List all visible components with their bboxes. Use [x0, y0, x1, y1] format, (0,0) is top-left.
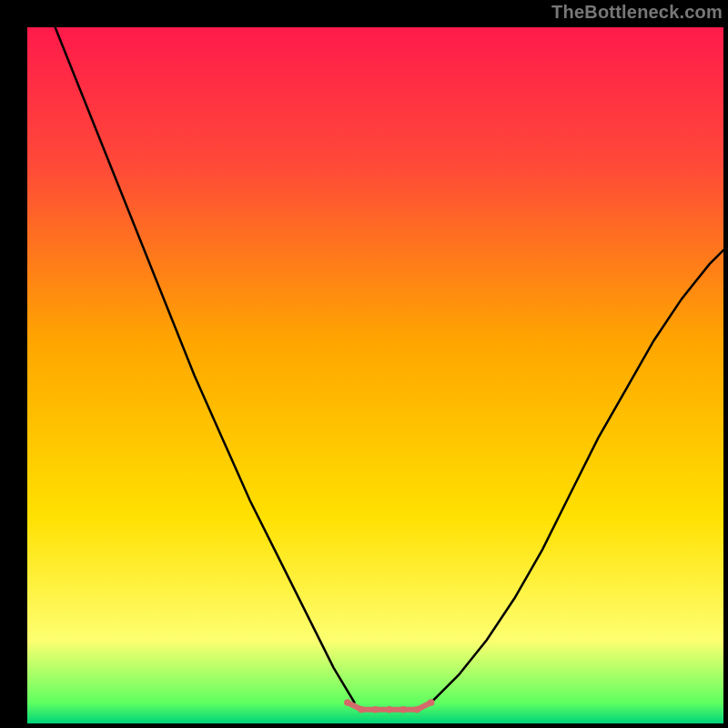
plot-background [27, 27, 723, 723]
flat-bottom-dot [399, 706, 407, 713]
flat-bottom-dot [344, 699, 351, 706]
chart-svg [0, 0, 728, 728]
flat-bottom-dot [428, 699, 435, 706]
flat-bottom-dot [372, 706, 379, 713]
flat-bottom-dot [386, 706, 393, 713]
flat-bottom-dot [358, 706, 365, 713]
chart-stage: TheBottleneck.com [0, 0, 728, 728]
flat-bottom-dot [414, 706, 421, 713]
watermark-label: TheBottleneck.com [551, 2, 723, 23]
